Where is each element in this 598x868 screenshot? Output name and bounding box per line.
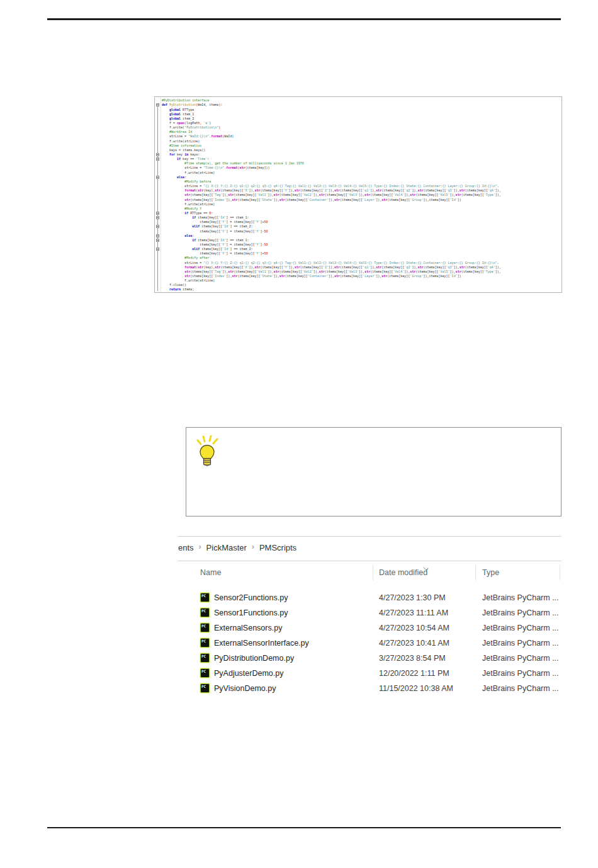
- lightbulb-icon: [196, 435, 222, 472]
- breadcrumb-divider: [178, 561, 561, 561]
- file-type: JetBrains PyCharm ...: [482, 666, 559, 681]
- explorer-top-divider: [178, 536, 561, 537]
- fold-collapse-icon[interactable]: [156, 216, 159, 219]
- file-row[interactable]: PCSensor2Functions.py4/27/2023 1:30 PMJe…: [178, 590, 561, 605]
- pycharm-file-icon: PC: [200, 668, 210, 678]
- page-footer-rule: [47, 827, 561, 828]
- file-date-modified: 4/27/2023 10:41 AM: [379, 636, 473, 651]
- file-date-modified: 4/27/2023 1:30 PM: [379, 590, 473, 605]
- breadcrumb-item-pickmaster[interactable]: PickMaster: [206, 543, 247, 552]
- column-header-name[interactable]: Name: [200, 568, 221, 577]
- document-page: #PyDistribution interface def PyDistribu…: [0, 0, 598, 868]
- file-date-modified: 4/27/2023 11:11 AM: [379, 605, 473, 620]
- python-code: #PyDistribution interface def PyDistribu…: [162, 98, 562, 292]
- file-date-modified: 12/20/2022 1:11 PM: [379, 666, 473, 681]
- fold-collapse-icon[interactable]: [156, 103, 159, 106]
- column-separator[interactable]: [560, 565, 560, 580]
- file-date-modified: 4/27/2023 10:54 AM: [379, 620, 473, 636]
- file-name: PyAdjusterDemo.py: [214, 666, 371, 681]
- column-header-date-modified[interactable]: Date modified: [379, 568, 427, 577]
- breadcrumb-separator-icon: ›: [252, 542, 254, 551]
- breadcrumb-item-pmscripts[interactable]: PMScripts: [259, 543, 296, 552]
- file-name: ExternalSensorInterface.py: [214, 636, 371, 651]
- breadcrumb: ents›PickMaster›PMScripts: [178, 540, 296, 554]
- fold-connector-line: [157, 106, 158, 291]
- file-row[interactable]: PCPyAdjusterDemo.py12/20/2022 1:11 PMJet…: [178, 666, 561, 681]
- column-separator[interactable]: [475, 565, 476, 580]
- file-row[interactable]: PCExternalSensors.py4/27/2023 10:54 AMJe…: [178, 620, 561, 636]
- breadcrumb-separator-icon: ›: [199, 542, 201, 551]
- code-fold-gutter[interactable]: [155, 97, 161, 292]
- file-type: JetBrains PyCharm ...: [482, 651, 559, 666]
- code-editor-screenshot: #PyDistribution interface def PyDistribu…: [154, 96, 562, 293]
- file-name: PyDistributionDemo.py: [214, 651, 371, 666]
- fold-collapse-icon[interactable]: [156, 234, 159, 237]
- file-row[interactable]: PCPyDistributionDemo.py3/27/2023 8:54 PM…: [178, 651, 561, 666]
- file-explorer-screenshot: ents›PickMaster›PMScripts Name Date modi…: [178, 532, 561, 705]
- file-row[interactable]: PCPyVisionDemo.py11/15/2022 10:38 AMJetB…: [178, 681, 561, 696]
- breadcrumb-item-ents[interactable]: ents: [178, 543, 194, 552]
- file-type: JetBrains PyCharm ...: [482, 636, 559, 651]
- file-date-modified: 3/27/2023 8:54 PM: [379, 651, 473, 666]
- file-name: PyVisionDemo.py: [214, 681, 371, 696]
- pycharm-file-icon: PC: [200, 593, 210, 602]
- file-row[interactable]: PCExternalSensorInterface.py4/27/2023 10…: [178, 636, 561, 651]
- file-type: JetBrains PyCharm ...: [482, 681, 559, 696]
- column-separator[interactable]: [373, 565, 373, 580]
- fold-collapse-icon[interactable]: [156, 212, 159, 215]
- pycharm-file-icon: PC: [200, 608, 210, 617]
- file-type: JetBrains PyCharm ...: [482, 605, 559, 620]
- fold-collapse-icon[interactable]: [156, 153, 159, 156]
- file-name: Sensor2Functions.py: [214, 590, 371, 605]
- file-date-modified: 11/15/2022 10:38 AM: [379, 681, 473, 696]
- fold-collapse-icon[interactable]: [156, 176, 159, 179]
- file-name: Sensor1Functions.py: [214, 605, 371, 620]
- fold-collapse-icon[interactable]: [156, 225, 159, 228]
- fold-collapse-icon[interactable]: [156, 239, 159, 242]
- file-type: JetBrains PyCharm ...: [482, 620, 559, 636]
- file-list: PCSensor2Functions.py4/27/2023 1:30 PMJe…: [178, 590, 561, 696]
- file-row[interactable]: PCSensor1Functions.py4/27/2023 11:11 AMJ…: [178, 605, 561, 620]
- fold-collapse-icon[interactable]: [156, 248, 159, 251]
- pycharm-file-icon: PC: [200, 683, 210, 693]
- page-header-rule: [47, 18, 561, 20]
- pycharm-file-icon: PC: [200, 638, 210, 648]
- tip-box: [186, 427, 561, 517]
- pycharm-file-icon: PC: [200, 653, 210, 663]
- file-name: ExternalSensors.py: [214, 620, 371, 636]
- fold-collapse-icon[interactable]: [156, 157, 159, 161]
- pycharm-file-icon: PC: [200, 623, 210, 632]
- column-header-type[interactable]: Type: [482, 568, 499, 577]
- file-type: JetBrains PyCharm ...: [482, 590, 559, 605]
